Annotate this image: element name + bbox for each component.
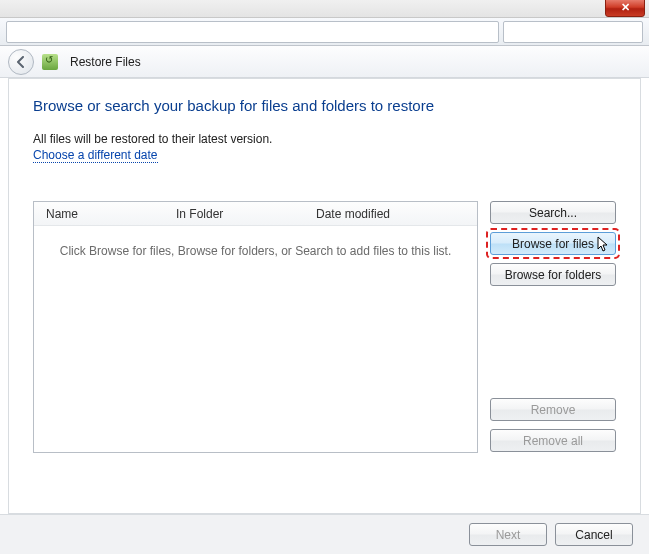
heading: Browse or search your backup for files a… (33, 97, 616, 114)
column-in-folder[interactable]: In Folder (164, 207, 304, 221)
address-bar (0, 18, 649, 46)
search-field[interactable] (503, 21, 643, 43)
page-title: Restore Files (70, 55, 141, 69)
work-area: Name In Folder Date modified Click Brows… (33, 201, 616, 453)
side-buttons: Search... Browse for files Browse for fo… (490, 201, 616, 453)
list-empty-message: Click Browse for files, Browse for folde… (34, 226, 477, 452)
list-header: Name In Folder Date modified (34, 202, 477, 226)
footer: Next Cancel (0, 514, 649, 554)
browse-for-files-label: Browse for files (512, 237, 594, 251)
browse-for-folders-button[interactable]: Browse for folders (490, 263, 616, 286)
column-date-modified[interactable]: Date modified (304, 207, 477, 221)
highlight-annotation: Browse for files (487, 229, 619, 258)
nav-strip: Restore Files (0, 46, 649, 78)
content-pane: Browse or search your backup for files a… (8, 78, 641, 514)
back-button[interactable] (8, 49, 34, 75)
info-text: All files will be restored to their late… (33, 132, 616, 146)
close-icon: ✕ (621, 1, 630, 13)
restore-icon (42, 54, 58, 70)
file-list: Name In Folder Date modified Click Brows… (33, 201, 478, 453)
remove-button: Remove (490, 398, 616, 421)
search-button[interactable]: Search... (490, 201, 616, 224)
close-button[interactable]: ✕ (605, 0, 645, 17)
browse-for-files-button[interactable]: Browse for files (490, 232, 616, 255)
breadcrumb-field[interactable] (6, 21, 499, 43)
next-button: Next (469, 523, 547, 546)
column-name[interactable]: Name (34, 207, 164, 221)
remove-all-button: Remove all (490, 429, 616, 452)
cancel-button[interactable]: Cancel (555, 523, 633, 546)
titlebar: ✕ (0, 0, 649, 18)
cursor-icon (597, 236, 611, 254)
back-arrow-icon (15, 56, 27, 68)
choose-date-link[interactable]: Choose a different date (33, 148, 158, 163)
